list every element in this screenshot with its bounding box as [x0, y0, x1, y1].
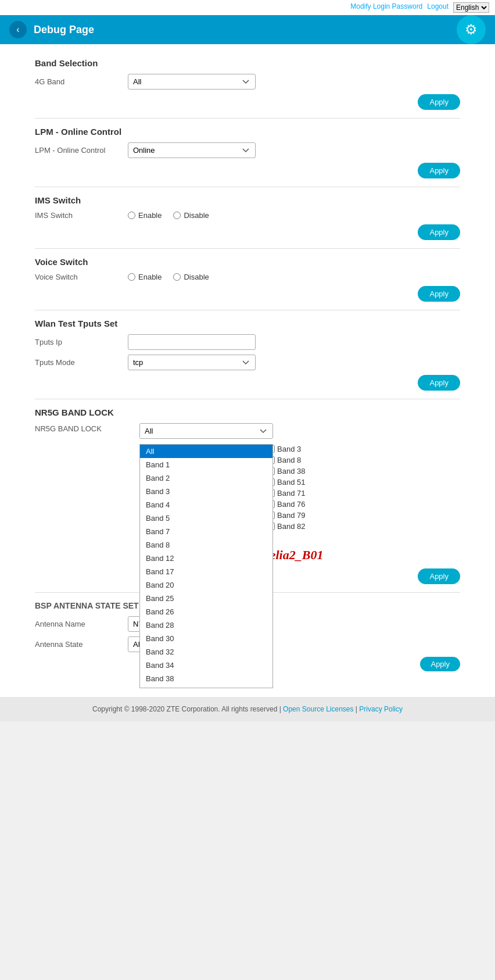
tputs-ip-row: Tputs Ip — [35, 334, 460, 350]
nr5g-band3-label[interactable]: Band 3 — [267, 445, 325, 453]
voice-disable-label[interactable]: Disable — [173, 273, 209, 281]
logout-link[interactable]: Logout — [427, 2, 449, 13]
nr5g-option-band12[interactable]: Band 12 — [140, 552, 272, 565]
nr5g-option-band28[interactable]: Band 28 — [140, 618, 272, 632]
nr5g-row: NR5G BAND LOCK All All Band 1 Band 2 Ban… — [35, 423, 460, 542]
tputs-ip-control — [128, 334, 460, 350]
footer-privacy-link[interactable]: Privacy Policy — [359, 705, 403, 713]
voice-apply-row: Apply — [35, 286, 460, 302]
wlan-title: Wlan Test Tputs Set — [35, 319, 460, 328]
wlan-apply-button[interactable]: Apply — [418, 375, 460, 391]
main-content: Band Selection 4G Band All Band 1 Band 2… — [0, 44, 495, 691]
lpm-row: LPM - Online Control Online Offline — [35, 142, 460, 158]
ims-label: IMS Switch — [35, 211, 128, 220]
band-4g-control: All Band 1 Band 2 — [128, 74, 460, 90]
lpm-control: Online Offline — [128, 142, 460, 158]
ims-disable-radio[interactable] — [173, 212, 181, 219]
nr5g-option-band3[interactable]: Band 3 — [140, 485, 272, 498]
nr5g-option-band2[interactable]: Band 2 — [140, 471, 272, 485]
nr5g-option-band20[interactable]: Band 20 — [140, 578, 272, 592]
back-button[interactable]: ‹ — [9, 21, 27, 38]
nr5g-band76-label[interactable]: Band 76 — [267, 500, 325, 509]
nr5g-option-band8[interactable]: Band 8 — [140, 538, 272, 552]
nr5g-dropdown-container: All All Band 1 Band 2 Band 3 Band 4 Band… — [139, 423, 273, 439]
nr5g-apply-button[interactable]: Apply — [418, 568, 460, 584]
nr5g-option-band17[interactable]: Band 17 — [140, 565, 272, 578]
ims-title: IMS Switch — [35, 195, 460, 205]
lpm-apply-row: Apply — [35, 163, 460, 178]
nr5g-band79-label[interactable]: Band 79 — [267, 511, 325, 520]
nr5g-band8-label[interactable]: Band 8 — [267, 456, 325, 464]
nr5g-option-band32[interactable]: Band 32 — [140, 645, 272, 659]
voice-enable-text: Enable — [138, 273, 162, 281]
voice-control: Enable Disable — [128, 273, 460, 281]
band-selection-title: Band Selection — [35, 58, 460, 68]
band-4g-row: 4G Band All Band 1 Band 2 — [35, 74, 460, 90]
nr5g-option-band1[interactable]: Band 1 — [140, 458, 272, 471]
language-select[interactable]: English — [453, 2, 489, 13]
nr5g-band51-label[interactable]: Band 51 — [267, 478, 325, 487]
voice-enable-radio[interactable] — [128, 273, 135, 281]
ims-enable-label[interactable]: Enable — [128, 211, 162, 220]
band-selection-section: Band Selection 4G Band All Band 1 Band 2… — [35, 50, 460, 119]
ims-disable-text: Disable — [184, 211, 209, 220]
tputs-ip-input[interactable] — [128, 334, 256, 350]
ims-disable-label[interactable]: Disable — [173, 211, 209, 220]
tputs-ip-label: Tputs Ip — [35, 338, 128, 346]
tputs-mode-label: Tputs Mode — [35, 358, 128, 367]
ims-control: Enable Disable — [128, 211, 460, 220]
nr5g-section: NR5G BAND LOCK NR5G BAND LOCK All All Ba… — [35, 399, 460, 593]
ims-apply-row: Apply — [35, 224, 460, 240]
nr5g-dropdown-open[interactable]: All Band 1 Band 2 Band 3 Band 4 Band 5 B… — [139, 444, 273, 688]
top-bar: Modify Login Password Logout English — [0, 0, 495, 15]
footer-open-source-link[interactable]: Open Source Licenses — [283, 705, 353, 713]
nr5g-band82-label[interactable]: Band 82 — [267, 522, 325, 531]
voice-label: Voice Switch — [35, 273, 128, 281]
nr5g-option-band39[interactable]: Band 39 — [140, 685, 272, 688]
voice-section: Voice Switch Voice Switch Enable Disable… — [35, 249, 460, 310]
band-selection-apply-row: Apply — [35, 94, 460, 110]
nr5g-option-band30[interactable]: Band 30 — [140, 632, 272, 645]
nr5g-option-band4[interactable]: Band 4 — [140, 498, 272, 512]
nr5g-controls: All All Band 1 Band 2 Band 3 Band 4 Band… — [139, 423, 325, 542]
nr5g-band-select[interactable]: All — [139, 423, 273, 439]
voice-title: Voice Switch — [35, 257, 460, 267]
nr5g-option-all[interactable]: All — [140, 445, 272, 458]
nr5g-option-band26[interactable]: Band 26 — [140, 605, 272, 618]
nr5g-option-band34[interactable]: Band 34 — [140, 659, 272, 672]
nr5g-label: NR5G BAND LOCK — [35, 423, 128, 433]
nr5g-option-band7[interactable]: Band 7 — [140, 525, 272, 538]
antenna-state-label: Antenna State — [35, 640, 128, 649]
antenna-name-label: Antenna Name — [35, 620, 128, 628]
band-4g-label: 4G Band — [35, 77, 128, 86]
nr5g-option-band38[interactable]: Band 38 — [140, 672, 272, 685]
nr5g-band38-label[interactable]: Band 38 — [267, 467, 325, 475]
ims-apply-button[interactable]: Apply — [418, 224, 460, 240]
nr5g-band71-label[interactable]: Band 71 — [267, 489, 325, 498]
page-header: ‹ Debug Page ⚙ — [0, 15, 495, 44]
voice-disable-text: Disable — [184, 273, 209, 281]
voice-enable-label[interactable]: Enable — [128, 273, 162, 281]
wlan-apply-row: Apply — [35, 375, 460, 391]
footer-copyright: Copyright © 1998-2020 ZTE Corporation. A… — [92, 705, 277, 713]
band-selection-apply-button[interactable]: Apply — [418, 94, 460, 110]
tputs-mode-control: tcp udp — [128, 355, 460, 370]
lpm-title: LPM - Online Control — [35, 127, 460, 137]
nr5g-option-band5[interactable]: Band 5 — [140, 512, 272, 525]
ims-enable-text: Enable — [138, 211, 162, 220]
lpm-label: LPM - Online Control — [35, 146, 128, 155]
nr5g-title: NR5G BAND LOCK — [35, 407, 460, 417]
tputs-mode-row: Tputs Mode tcp udp — [35, 355, 460, 370]
bsp-apply-button[interactable]: Apply — [420, 657, 460, 671]
voice-apply-button[interactable]: Apply — [418, 286, 460, 302]
band-4g-select[interactable]: All Band 1 Band 2 — [128, 74, 256, 90]
lpm-apply-button[interactable]: Apply — [418, 163, 460, 178]
lpm-select[interactable]: Online Offline — [128, 142, 256, 158]
gear-button[interactable]: ⚙ — [457, 15, 486, 44]
lpm-section: LPM - Online Control LPM - Online Contro… — [35, 119, 460, 187]
ims-enable-radio[interactable] — [128, 212, 135, 219]
voice-disable-radio[interactable] — [173, 273, 181, 281]
modify-login-link[interactable]: Modify Login Password — [350, 2, 422, 13]
tputs-mode-select[interactable]: tcp udp — [128, 355, 256, 370]
nr5g-option-band25[interactable]: Band 25 — [140, 592, 272, 605]
